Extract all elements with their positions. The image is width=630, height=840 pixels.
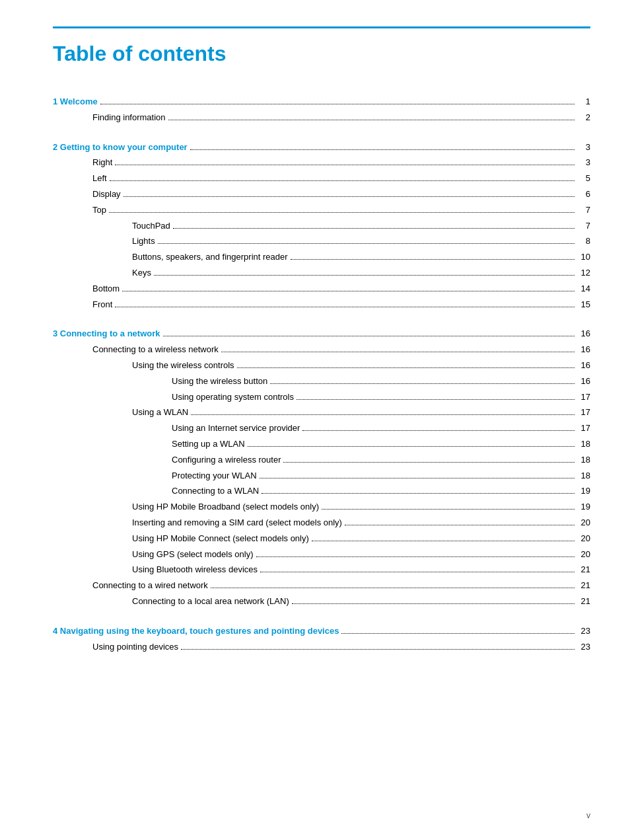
toc-dots — [163, 336, 575, 336]
toc-page: 12 — [577, 266, 590, 280]
toc-label: Configuring a wireless router — [172, 453, 281, 467]
toc-entry: Using a WLAN17 — [53, 406, 590, 420]
toc-page: 3 — [577, 141, 590, 155]
toc-label: Connecting to a local area network (LAN) — [132, 595, 289, 609]
toc-dots — [312, 541, 575, 541]
toc-entry: Bottom14 — [53, 282, 590, 296]
toc-label: 2 Getting to know your computer — [53, 141, 188, 155]
toc-label: Using the wireless button — [172, 375, 267, 389]
toc-page: 23 — [577, 625, 590, 638]
toc-label: Buttons, speakers, and fingerprint reade… — [132, 250, 288, 264]
toc-entry: Using operating system controls17 — [53, 391, 590, 404]
toc-page: 18 — [577, 469, 590, 483]
toc-dots — [302, 430, 575, 431]
toc-entry: 1 Welcome1 — [53, 86, 590, 109]
toc-page: 16 — [577, 343, 590, 357]
toc-entry: Keys12 — [53, 266, 590, 280]
toc-dots — [211, 588, 575, 588]
toc-entry: Using pointing devices23 — [53, 640, 590, 654]
toc-dots — [248, 446, 575, 447]
top-border — [53, 26, 590, 28]
toc-entry: 3 Connecting to a network16 — [53, 318, 590, 341]
toc-dots — [168, 120, 575, 120]
toc-page: 21 — [577, 595, 590, 609]
toc-label: Connecting to a wireless network — [92, 343, 219, 357]
toc-page: 21 — [577, 563, 590, 577]
toc-label: Using operating system controls — [172, 391, 294, 404]
toc-label: Using Bluetooth wireless devices — [132, 563, 258, 577]
toc-entry: 2 Getting to know your computer3 — [53, 132, 590, 155]
toc-page: 1 — [577, 95, 590, 109]
toc-page: 7 — [577, 219, 590, 233]
toc-dots — [221, 352, 575, 352]
toc-entry: Using HP Mobile Connect (select models o… — [53, 532, 590, 546]
toc-page: 16 — [577, 359, 590, 373]
toc-dots — [341, 633, 575, 634]
toc-page: 2 — [577, 111, 590, 125]
toc-entry: Configuring a wireless router18 — [53, 453, 590, 467]
toc-page: 17 — [577, 406, 590, 420]
toc-label: Setting up a WLAN — [172, 438, 245, 451]
toc-entry: Using Bluetooth wireless devices21 — [53, 563, 590, 577]
toc-label: 3 Connecting to a network — [53, 327, 160, 341]
toc-dots — [115, 165, 575, 165]
toc-entry: Using an Internet service provider17 — [53, 422, 590, 436]
toc-dots — [115, 307, 575, 307]
toc-dots — [345, 525, 575, 525]
toc-page: 3 — [577, 156, 590, 170]
toc-dots — [154, 275, 575, 276]
toc-dots — [292, 603, 575, 604]
toc-entry: Buttons, speakers, and fingerprint reade… — [53, 250, 590, 264]
toc-entry: Finding information2 — [53, 111, 590, 125]
toc-page: 16 — [577, 375, 590, 389]
toc-dots — [262, 493, 575, 494]
toc-label: Top — [92, 204, 106, 217]
toc-label: Connecting to a WLAN — [172, 484, 259, 498]
toc-dots — [297, 399, 575, 400]
toc-label: Using an Internet service provider — [172, 422, 300, 436]
page-title: Table of contents — [53, 42, 590, 66]
toc-page: 15 — [577, 298, 590, 312]
toc-dots — [110, 180, 575, 181]
toc-page: 8 — [577, 235, 590, 248]
toc-page: 19 — [577, 500, 590, 514]
toc-dots — [191, 414, 575, 415]
toc-entry: Using GPS (select models only)20 — [53, 548, 590, 562]
toc-label: Display — [92, 188, 121, 202]
toc-dots — [158, 243, 575, 244]
toc-entry: Left5 — [53, 172, 590, 186]
toc-entry: Using the wireless button16 — [53, 375, 590, 389]
toc-entry: Protecting your WLAN18 — [53, 469, 590, 483]
toc-dots — [173, 228, 575, 229]
toc-entry: TouchPad7 — [53, 219, 590, 233]
toc-dots — [322, 509, 575, 510]
toc-page: 21 — [577, 579, 590, 593]
toc-page: 7 — [577, 204, 590, 217]
toc-label: 4 Navigating using the keyboard, touch g… — [53, 625, 339, 638]
toc-dots — [190, 149, 575, 150]
toc-entry: Top7 — [53, 204, 590, 217]
toc-dots — [122, 291, 575, 291]
toc-entry: Connecting to a wired network21 — [53, 579, 590, 593]
toc-page: 19 — [577, 484, 590, 498]
toc-page: 6 — [577, 188, 590, 202]
toc-page: 20 — [577, 532, 590, 546]
toc-label: Using HP Mobile Broadband (select models… — [132, 500, 319, 514]
toc-dots — [283, 462, 575, 463]
toc-entry: Connecting to a local area network (LAN)… — [53, 595, 590, 609]
toc-page: 16 — [577, 327, 590, 341]
toc-dots — [123, 196, 575, 197]
toc-dots — [291, 259, 575, 260]
toc-dots — [260, 572, 575, 572]
toc-page: 18 — [577, 438, 590, 451]
toc-label: Right — [92, 156, 112, 170]
toc-dots — [181, 649, 575, 650]
toc-dots — [256, 556, 575, 557]
toc-entry: Display6 — [53, 188, 590, 202]
toc-label: Using the wireless controls — [132, 359, 234, 373]
toc-label: Inserting and removing a SIM card (selec… — [132, 516, 342, 530]
toc-label: Using a WLAN — [132, 406, 188, 420]
toc-page: 20 — [577, 548, 590, 562]
toc-label: Using pointing devices — [92, 640, 178, 654]
toc-page: 20 — [577, 516, 590, 530]
